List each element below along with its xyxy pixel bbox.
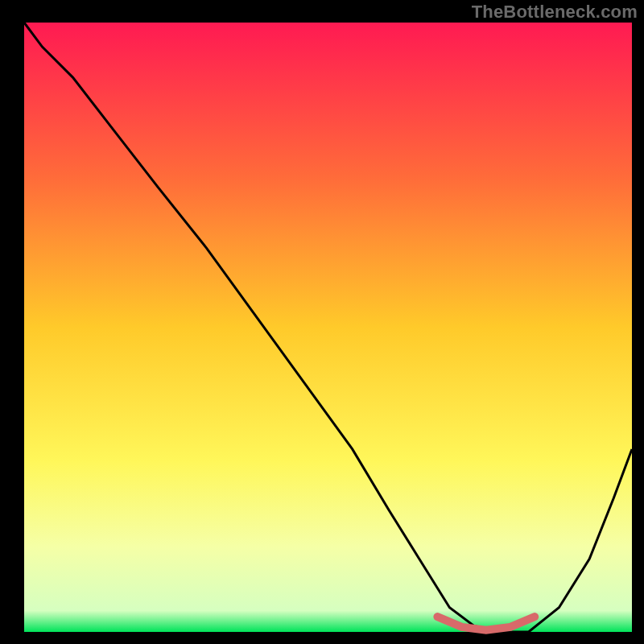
- bottleneck-chart: [0, 0, 644, 644]
- gradient-background: [24, 23, 632, 632]
- chart-frame: TheBottleneck.com: [0, 0, 644, 644]
- watermark-text: TheBottleneck.com: [472, 2, 638, 23]
